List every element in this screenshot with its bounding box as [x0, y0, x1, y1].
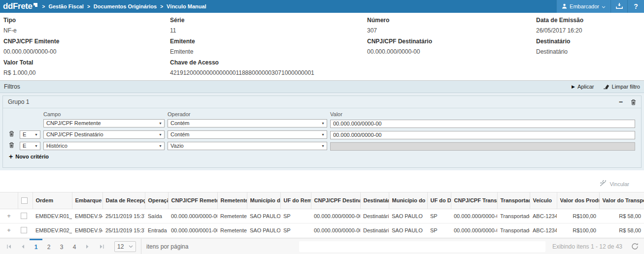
column-header[interactable]: Operação [145, 192, 168, 209]
expand-row-button[interactable]: + [0, 223, 18, 237]
chevron-down-icon [129, 245, 133, 248]
row-checkbox[interactable] [21, 213, 27, 219]
conjunction-select[interactable]: E▼ [20, 142, 40, 150]
filter-value-input[interactable] [330, 120, 635, 128]
chevron-down-icon [602, 3, 606, 9]
next-page-button[interactable] [81, 239, 95, 254]
select-value: CNPJ/CPF Remetente [46, 120, 101, 126]
expand-row-button[interactable]: + [0, 209, 18, 223]
refresh-icon [631, 243, 639, 250]
app-logo[interactable]: ddFrete [0, 0, 42, 13]
field-label: Série [170, 17, 367, 24]
field-value: R$ 1.000,00 [3, 70, 170, 76]
column-header[interactable]: Veículo [530, 192, 557, 209]
conjunction-select[interactable]: E▼ [20, 130, 40, 139]
filter-cell: Contém▼ [168, 119, 327, 127]
filter-operator-select[interactable]: Vazio▼ [168, 142, 327, 150]
filter-operator-select[interactable]: Contém▼ [168, 130, 327, 139]
collapse-group-icon[interactable]: − [619, 99, 623, 104]
document-field: Data de Emissão26/05/2017 16:20 [536, 17, 644, 34]
table-cell: Entrada [145, 223, 168, 237]
table-cell: R$ 58,00 [599, 223, 644, 237]
column-header[interactable]: Valor do Transporte [599, 192, 644, 209]
documents-table: OrdemEmbarqueData de RecepçãoOperaçãoCNP… [0, 192, 644, 238]
page-size-value: 12 [117, 243, 124, 250]
user-icon [562, 3, 567, 10]
prev-page-button[interactable] [16, 239, 30, 254]
table-cell: 25/11/2019 15:37 [102, 209, 145, 223]
field-label: CNPJ/CPF Emitente [3, 38, 170, 45]
row-checkbox[interactable] [21, 227, 27, 233]
link-documents-button[interactable]: Vincular [600, 180, 629, 188]
table-cell: Transportador [497, 209, 530, 223]
column-header[interactable]: Remetente [217, 192, 247, 209]
new-criteria-button[interactable]: + Novo critério [9, 154, 635, 159]
chevron-down-icon: ▼ [34, 133, 38, 136]
page-buttons: 1234 [30, 239, 81, 254]
help-button[interactable]: ? [627, 0, 644, 13]
table-cell: EMBDEV.R01_13 [33, 209, 72, 223]
eraser-icon [603, 84, 610, 90]
logo-mark-icon [34, 3, 37, 7]
filter-field-select[interactable]: CNPJ/CPF Destinatário▼ [43, 130, 165, 139]
chevron-down-icon: ▼ [321, 133, 325, 136]
breadcrumb-item[interactable]: Gestão Fiscal [48, 3, 84, 9]
table-header-row: OrdemEmbarqueData de RecepçãoOperaçãoCNP… [0, 192, 644, 209]
first-page-button[interactable] [2, 239, 16, 254]
table-cell: SP [427, 209, 451, 223]
page-size-select[interactable]: 12 [114, 241, 136, 252]
filter-value-input[interactable] [330, 131, 635, 139]
table-cell: 00.000.000/0000-00 [451, 223, 497, 237]
select-value: Vazio [170, 143, 184, 149]
column-header[interactable]: CNPJ/CPF Transpor... [451, 192, 497, 209]
column-header[interactable]: Valor dos Produtos [557, 192, 599, 209]
column-header[interactable]: Município do De... [389, 192, 427, 209]
field-label: Emitente [170, 38, 367, 45]
table-cell: R$100,00 [557, 209, 599, 223]
clear-filter-button[interactable]: Limpar filtro [603, 84, 640, 90]
delete-criteria-button[interactable] [9, 142, 14, 148]
table-cell: ABC-1234 [530, 209, 557, 223]
column-header[interactable]: Embarque [72, 192, 102, 209]
table-cell: Remetente [217, 209, 247, 223]
user-menu[interactable]: Embarcador [556, 0, 610, 13]
table-cell: EMBDEV.94877 [72, 223, 102, 237]
document-field: Chave de Acesso4219120000000000000011888… [170, 60, 367, 76]
column-header[interactable]: CNPJ/CPF Destinatário [311, 192, 360, 209]
last-page-button[interactable] [95, 239, 108, 254]
apply-filter-button[interactable]: ▶ Aplicar [572, 84, 594, 90]
column-header[interactable]: Destinatário [360, 192, 389, 209]
new-criteria-label: Novo critério [15, 154, 49, 159]
chevron-down-icon: ▼ [159, 144, 162, 148]
filter-row: E▼Histórico▼Vazio▼ [9, 141, 635, 150]
breadcrumb-item[interactable]: Documentos Originários [94, 3, 157, 9]
page-button[interactable]: 4 [68, 239, 81, 254]
select-all-checkbox[interactable] [21, 197, 28, 204]
table-cell: 00.000.000/0000-00 [311, 223, 360, 237]
breadcrumb-item[interactable]: Vínculo Manual [167, 3, 206, 9]
filter-row: E▼CNPJ/CPF Destinatário▼Contém▼ [9, 130, 635, 138]
column-header[interactable]: UF do De... [427, 192, 451, 209]
field-value: NF-e [3, 28, 170, 34]
page-button[interactable]: 1 [30, 239, 42, 254]
delete-group-button[interactable] [631, 99, 636, 105]
page-button[interactable]: 3 [55, 239, 68, 254]
delete-criteria-button[interactable] [9, 130, 14, 137]
column-header[interactable]: CNPJ/CPF Remetente [168, 192, 217, 209]
field-label: Valor Total [3, 60, 170, 66]
filter-operator-select[interactable]: Contém▼ [168, 119, 327, 127]
column-header[interactable]: Transportador [497, 192, 530, 209]
document-details: TipoNF-eSérie11Número307Data de Emissão2… [0, 13, 644, 80]
expand-column-header [0, 192, 18, 209]
filter-field-select[interactable]: Histórico▼ [43, 142, 165, 150]
column-header[interactable]: Município do Re... [247, 192, 280, 209]
column-header[interactable]: UF do Rem... [280, 192, 311, 209]
column-header[interactable]: Data de Recepção [102, 192, 145, 209]
column-header[interactable]: Ordem [33, 192, 72, 209]
download-button[interactable] [610, 0, 627, 13]
page-button[interactable]: 2 [42, 239, 55, 254]
filter-field-select[interactable]: CNPJ/CPF Remetente▼ [43, 119, 165, 127]
field-label: CNPJ/CPF Destinatário [367, 38, 536, 45]
refresh-button[interactable] [629, 241, 640, 252]
table-cell: 25/11/2019 15:37 [102, 223, 145, 237]
